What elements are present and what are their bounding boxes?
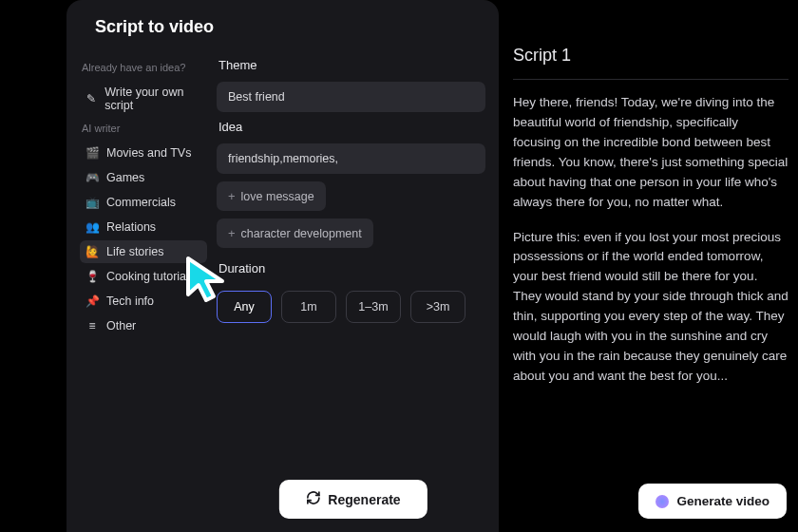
sidebar-section-ai-writer: AI writer <box>82 123 207 134</box>
script-paragraph: Hey there, friends! Today, we're diving … <box>513 93 788 213</box>
script-body: Hey there, friends! Today, we're diving … <box>513 93 788 387</box>
theme-label: Theme <box>218 58 485 72</box>
plus-icon: + <box>228 189 236 203</box>
sidebar-item-label: Life stories <box>106 245 163 258</box>
write-own-label: Write your own script <box>104 86 201 112</box>
script-paragraph: Picture this: even if you lost your most… <box>513 228 788 387</box>
write-own-script[interactable]: ✎ Write your own script <box>80 81 207 117</box>
pencil-icon: ✎ <box>86 92 97 105</box>
sidebar-item-other[interactable]: ≡Other <box>80 314 207 337</box>
sidebar-item-label: Tech info <box>106 294 154 308</box>
duration-option[interactable]: >3m <box>410 291 466 323</box>
sidebar-item-label: Movies and TVs <box>106 146 191 160</box>
category-icon: ≡ <box>86 319 99 332</box>
idea-label: Idea <box>218 120 485 134</box>
sidebar-item-cooking-tutorials[interactable]: 🍷Cooking tutorials <box>80 265 207 288</box>
sidebar-item-commercials[interactable]: 📺Commercials <box>80 191 207 214</box>
script-preview: Script 1 Hey there, friends! Today, we'r… <box>513 46 788 402</box>
sidebar-item-life-stories[interactable]: 🙋Life stories <box>80 240 207 263</box>
sidebar-item-games[interactable]: 🎮Games <box>80 166 207 189</box>
duration-row: Any1m1–3m>3m <box>217 291 485 323</box>
sidebar: Already have an idea? ✎ Write your own s… <box>66 50 207 532</box>
script-title: Script 1 <box>513 46 788 80</box>
regenerate-label: Regenerate <box>328 492 400 507</box>
sidebar-item-relations[interactable]: 👥Relations <box>80 216 207 238</box>
sidebar-item-label: Games <box>106 171 144 184</box>
sidebar-item-label: Cooking tutorials <box>106 270 195 283</box>
category-icon: 🍷 <box>86 270 99 283</box>
category-icon: 🎬 <box>86 146 99 160</box>
duration-option[interactable]: 1m <box>281 291 336 323</box>
duration-label: Duration <box>218 261 485 276</box>
refresh-icon <box>305 490 320 508</box>
panel-body: Already have an idea? ✎ Write your own s… <box>66 50 499 532</box>
generate-video-button[interactable]: Generate video <box>638 484 787 519</box>
idea-input[interactable] <box>217 143 485 174</box>
sidebar-item-label: Relations <box>106 220 156 234</box>
idea-chips: +love message+character development <box>217 181 485 248</box>
category-icon: 📺 <box>86 196 99 209</box>
form-area: Theme Idea +love message+character devel… <box>207 50 499 532</box>
sparkle-icon <box>656 495 669 508</box>
sidebar-item-label: Other <box>106 319 136 332</box>
chip-label: love message <box>241 190 314 203</box>
category-icon: 🎮 <box>86 171 99 184</box>
sidebar-section-own-idea: Already have an idea? <box>82 62 207 73</box>
idea-chip[interactable]: +character development <box>217 218 373 248</box>
sidebar-item-tech-info[interactable]: 📌Tech info <box>80 290 207 313</box>
duration-option[interactable]: Any <box>217 291 272 323</box>
category-icon: 👥 <box>86 220 99 234</box>
theme-input[interactable] <box>217 82 485 112</box>
category-icon: 📌 <box>86 294 99 308</box>
category-icon: 🙋 <box>86 245 99 258</box>
chip-label: character development <box>241 227 362 240</box>
plus-icon: + <box>228 226 236 240</box>
generate-label: Generate video <box>676 494 770 508</box>
script-to-video-panel: Script to video Already have an idea? ✎ … <box>66 0 499 532</box>
sidebar-item-movies-and-tvs[interactable]: 🎬Movies and TVs <box>80 142 207 164</box>
duration-option[interactable]: 1–3m <box>346 291 401 323</box>
regenerate-button[interactable]: Regenerate <box>278 480 427 519</box>
idea-chip[interactable]: +love message <box>217 181 326 211</box>
sidebar-item-label: Commercials <box>106 196 176 209</box>
panel-title: Script to video <box>66 17 499 50</box>
